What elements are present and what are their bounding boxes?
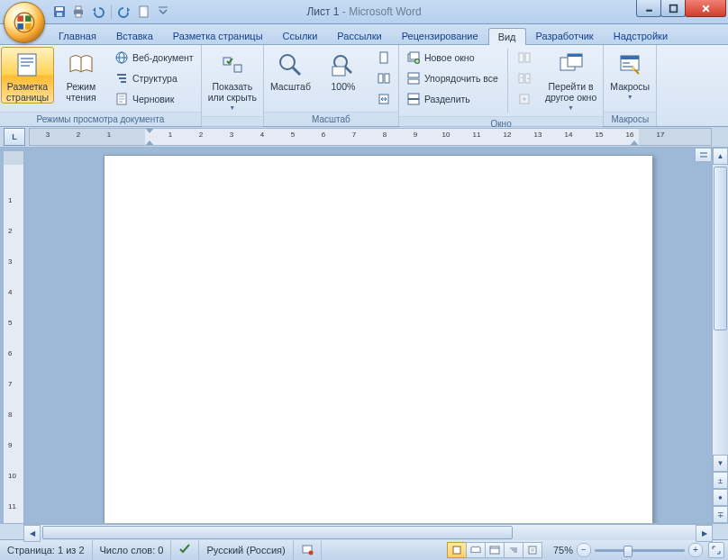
zoom-100-button[interactable]: 100% [318, 47, 369, 93]
macros-button[interactable]: Макросы ▼ [605, 47, 655, 104]
reset-pos-icon [517, 92, 532, 106]
zoom-button[interactable]: Масштаб [265, 47, 316, 93]
zoom-percent[interactable]: 75% [553, 545, 573, 555]
show-hide-label: Показать или скрыть [208, 81, 257, 103]
status-language[interactable]: Русский (Россия) [199, 540, 293, 560]
print-layout-button[interactable]: Разметка страницы [1, 47, 54, 104]
office-button[interactable] [4, 2, 45, 43]
svg-rect-36 [332, 67, 345, 76]
svg-rect-9 [76, 6, 81, 10]
vertical-ruler[interactable]: 123456789101112 [4, 151, 24, 523]
group-zoom: Масштаб 100% Масштаб [264, 45, 399, 126]
tab-developer[interactable]: Разработчик [526, 27, 604, 44]
zoom-slider-thumb[interactable] [623, 546, 632, 557]
status-page[interactable]: Страница: 1 из 2 [0, 540, 93, 560]
page[interactable] [104, 155, 653, 523]
scroll-left-button[interactable]: ◀ [23, 525, 41, 542]
status-macro-rec[interactable] [294, 540, 322, 560]
one-page-button[interactable] [373, 48, 395, 68]
ribbon: Разметка страницы Режим чтения Веб-докум… [0, 45, 728, 127]
view-reading[interactable] [466, 542, 486, 558]
tab-selector[interactable]: L [4, 128, 25, 146]
zoom-out-button[interactable]: − [577, 543, 591, 557]
app-name: Microsoft Word [349, 5, 421, 18]
tab-review[interactable]: Рецензирование [392, 27, 488, 44]
zoom-in-button[interactable]: + [688, 543, 703, 557]
tab-insert[interactable]: Вставка [106, 27, 163, 44]
right-indent-marker[interactable] [630, 140, 639, 146]
group-window: Новое окно Упорядочить все Разделить [399, 45, 604, 126]
group-macros: Макросы ▼ Макросы [604, 45, 657, 126]
tab-addins[interactable]: Надстройки [604, 27, 678, 44]
two-pages-button[interactable] [373, 68, 395, 88]
tab-mailings[interactable]: Рассылки [327, 27, 391, 44]
svg-rect-44 [408, 73, 419, 77]
save-icon[interactable] [52, 5, 67, 19]
view-draft[interactable] [523, 542, 542, 558]
new-doc-icon[interactable] [137, 5, 151, 19]
status-spellcheck[interactable] [171, 540, 199, 560]
next-page-button[interactable]: ∓ [713, 506, 728, 523]
tab-page-layout[interactable]: Разметка страницы [163, 27, 273, 44]
svg-rect-38 [378, 74, 383, 83]
maximize-button[interactable] [660, 0, 686, 17]
scroll-thumb-horizontal[interactable] [42, 526, 513, 539]
status-word-count[interactable]: Число слов: 0 [93, 540, 172, 560]
split-button[interactable]: Разделить [403, 89, 502, 109]
horizontal-ruler[interactable]: 3211234567891011121314151617 [29, 128, 712, 146]
scroll-up-button[interactable]: ▲ [713, 148, 728, 165]
undo-icon[interactable] [90, 5, 105, 19]
document-viewport[interactable] [24, 148, 712, 523]
prev-page-button[interactable]: ± [713, 472, 728, 489]
side-by-side-icon [517, 50, 532, 65]
draft-button[interactable]: Черновик [111, 89, 197, 109]
group-views-label: Режимы просмотра документа [0, 112, 201, 126]
reset-pos-button [514, 89, 535, 109]
switch-windows-icon [557, 50, 586, 79]
svg-rect-59 [623, 66, 633, 68]
svg-rect-18 [21, 65, 30, 67]
svg-point-0 [14, 13, 34, 32]
ruler-toggle-button[interactable] [695, 148, 712, 162]
view-outline[interactable] [504, 542, 523, 558]
outline-button[interactable]: Структура [111, 68, 197, 88]
minimize-button[interactable] [636, 0, 661, 17]
view-print-layout[interactable] [447, 542, 467, 558]
hanging-indent-marker[interactable] [145, 140, 154, 146]
browse-object-button[interactable]: ● [713, 489, 728, 506]
zoom-slider[interactable] [595, 549, 685, 552]
draft-label: Черновик [132, 94, 174, 104]
web-layout-button[interactable]: Веб-документ [111, 48, 197, 68]
scroll-down-button[interactable]: ▼ [713, 455, 728, 472]
resize-grip[interactable] [712, 523, 728, 539]
tab-view[interactable]: Вид [488, 28, 526, 45]
window-controls [637, 0, 726, 16]
qat-customize-icon[interactable] [156, 5, 170, 19]
zoom-100-icon [329, 50, 358, 79]
switch-windows-button[interactable]: Перейти в другое окно ▼ [540, 47, 602, 114]
fullscreen-button[interactable] [708, 542, 724, 558]
chevron-down-icon: ▼ [568, 103, 574, 113]
svg-rect-14 [669, 5, 677, 12]
horizontal-scrollbar[interactable]: ◀ ▶ [23, 524, 713, 540]
view-web[interactable] [485, 542, 505, 558]
web-layout-icon [114, 50, 129, 65]
svg-rect-31 [234, 65, 241, 72]
tab-home[interactable]: Главная [49, 27, 106, 44]
svg-rect-65 [453, 546, 460, 554]
tab-references[interactable]: Ссылки [273, 27, 328, 44]
switch-windows-label: Перейти в другое окно [545, 81, 596, 103]
close-button[interactable] [685, 0, 726, 17]
show-hide-button[interactable]: Показать или скрыть ▼ [203, 47, 262, 114]
new-window-button[interactable]: Новое окно [403, 48, 502, 68]
reading-mode-button[interactable]: Режим чтения [56, 47, 106, 104]
arrange-all-button[interactable]: Упорядочить все [403, 68, 502, 88]
scroll-right-button[interactable]: ▶ [696, 525, 713, 542]
page-width-button[interactable] [373, 89, 395, 109]
first-line-indent-marker[interactable] [145, 128, 154, 133]
print-icon[interactable] [71, 5, 86, 19]
redo-icon[interactable] [118, 5, 132, 19]
vertical-scrollbar[interactable]: ▲ ▼ ± ● ∓ [712, 148, 728, 523]
ruler-row: L 3211234567891011121314151617 [0, 127, 728, 148]
scroll-thumb-vertical[interactable] [714, 167, 727, 330]
